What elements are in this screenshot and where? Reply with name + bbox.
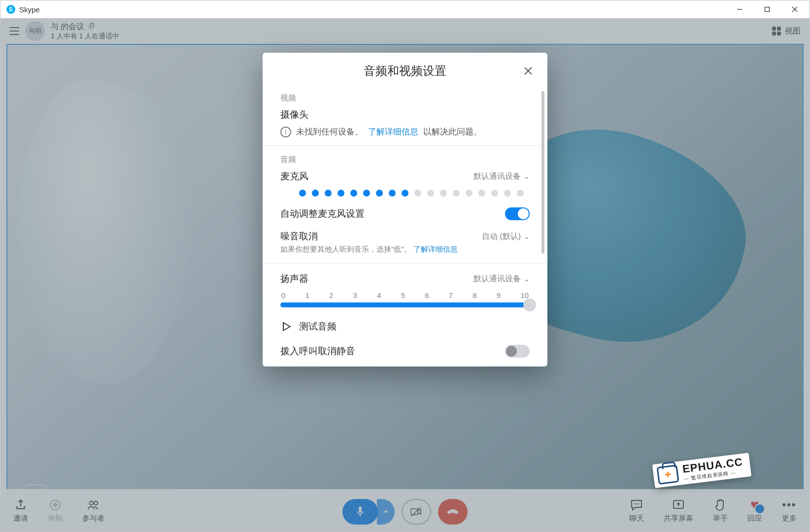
record-icon bbox=[48, 498, 62, 512]
camera-learn-more-link[interactable]: 了解详细信息 bbox=[368, 126, 418, 137]
speaker-label: 扬声器 bbox=[280, 272, 308, 285]
share-icon bbox=[14, 498, 28, 512]
chevron-down-icon: ⌄ bbox=[524, 275, 530, 283]
microphone-device-select[interactable]: 默认通讯设备 ⌄ bbox=[473, 171, 530, 182]
camera-not-found-text: 未找到任何设备。 bbox=[296, 126, 363, 137]
svg-point-7 bbox=[89, 501, 93, 504]
mute-options-button[interactable] bbox=[377, 499, 395, 525]
more-icon: ••• bbox=[782, 498, 796, 512]
watermark-icon: + bbox=[657, 465, 679, 485]
hangup-icon bbox=[445, 507, 460, 516]
share-screen-icon bbox=[672, 498, 685, 512]
raise-hand-button[interactable]: 举手 bbox=[713, 498, 728, 523]
chevron-down-icon: ⌄ bbox=[524, 233, 530, 240]
chevron-up-icon bbox=[382, 508, 389, 515]
test-audio-button[interactable]: 测试音频 bbox=[280, 320, 530, 333]
participants-status: 1 人中有 1 人在通话中 bbox=[51, 32, 119, 41]
view-toggle[interactable]: 视图 bbox=[772, 26, 801, 36]
alert-icon: ! bbox=[280, 127, 291, 137]
camera-not-found-suffix: 以解决此问题。 bbox=[423, 126, 482, 137]
record-button[interactable]: 录制 bbox=[48, 498, 63, 523]
notification-badge-icon bbox=[754, 503, 765, 514]
meeting-title: 与 的会议 bbox=[51, 22, 84, 32]
hand-icon bbox=[713, 498, 727, 512]
call-toolbar: 邀请 录制 参与者 bbox=[0, 489, 810, 532]
close-icon bbox=[523, 66, 533, 76]
volume-slider-thumb[interactable] bbox=[523, 299, 536, 311]
svg-rect-1 bbox=[765, 7, 770, 12]
camera-off-icon bbox=[409, 506, 423, 517]
audio-section-label: 音频 bbox=[280, 155, 530, 165]
window-minimize-button[interactable] bbox=[726, 0, 753, 18]
noise-cancel-label: 噪音取消 bbox=[280, 230, 318, 243]
svg-point-12 bbox=[634, 503, 635, 504]
auto-adjust-label: 自动调整麦克风设置 bbox=[280, 207, 365, 220]
svg-point-13 bbox=[636, 503, 637, 504]
skype-logo-icon: S bbox=[6, 5, 15, 14]
noise-cancel-select[interactable]: 自动 (默认) ⌄ bbox=[482, 232, 530, 242]
speaker-device-select[interactable]: 默认通讯设备 ⌄ bbox=[473, 274, 530, 284]
window-titlebar: S Skype bbox=[0, 0, 810, 18]
scrollbar-thumb[interactable] bbox=[541, 91, 544, 254]
call-header: 与明 与 的会议 1 人中有 1 人在通话中 视图 bbox=[0, 18, 810, 44]
chevron-down-icon: ⌄ bbox=[524, 172, 530, 180]
noise-cancel-description: 如果你想要其他人听到音乐，选择"低"。 bbox=[280, 245, 411, 253]
invite-button[interactable]: 邀请 bbox=[13, 498, 28, 523]
chat-icon bbox=[630, 498, 643, 512]
volume-slider-labels: 012345678910 bbox=[280, 291, 530, 299]
noise-cancel-learn-more-link[interactable]: 了解详细信息 bbox=[413, 245, 458, 253]
unmute-incoming-label: 拨入呼叫取消静音 bbox=[280, 345, 355, 358]
play-icon bbox=[280, 321, 292, 332]
auto-adjust-toggle[interactable] bbox=[505, 207, 530, 220]
grid-icon bbox=[772, 27, 781, 35]
more-button[interactable]: ••• 更多 bbox=[782, 498, 797, 523]
participants-button[interactable]: 参与者 bbox=[82, 498, 104, 523]
chat-button[interactable]: 聊天 bbox=[629, 498, 644, 523]
camera-label: 摄像头 bbox=[280, 108, 530, 121]
react-button[interactable]: ♥ 回应 bbox=[747, 498, 762, 523]
end-call-button[interactable] bbox=[438, 499, 468, 525]
people-icon bbox=[87, 498, 101, 512]
window-close-button[interactable] bbox=[781, 0, 809, 18]
modal-title: 音频和视频设置 bbox=[364, 63, 446, 79]
svg-rect-9 bbox=[359, 506, 362, 513]
menu-icon[interactable] bbox=[9, 27, 19, 35]
video-section-label: 视频 bbox=[280, 93, 530, 103]
app-name: Skype bbox=[19, 5, 40, 14]
avatar[interactable]: 与明 bbox=[25, 21, 45, 41]
microphone-icon bbox=[355, 505, 366, 519]
microphone-label: 麦克风 bbox=[280, 170, 308, 183]
svg-point-8 bbox=[94, 501, 97, 504]
mute-button[interactable] bbox=[342, 499, 378, 525]
unmute-incoming-toggle[interactable] bbox=[505, 345, 530, 358]
svg-point-6 bbox=[53, 502, 58, 507]
share-screen-button[interactable]: 共享屏幕 bbox=[664, 498, 693, 523]
volume-slider[interactable] bbox=[280, 302, 530, 307]
window-maximize-button[interactable] bbox=[753, 0, 781, 18]
view-label: 视图 bbox=[785, 26, 801, 36]
modal-close-button[interactable] bbox=[521, 64, 536, 78]
svg-point-14 bbox=[638, 503, 639, 504]
microphone-level-meter bbox=[299, 190, 530, 197]
audio-video-settings-modal: 音频和视频设置 视频 摄像头 ! 未找到任何设备。 了解详细信息以解决此问题。 … bbox=[263, 53, 547, 366]
camera-button[interactable] bbox=[402, 499, 431, 525]
settings-gear-icon[interactable] bbox=[87, 23, 95, 31]
